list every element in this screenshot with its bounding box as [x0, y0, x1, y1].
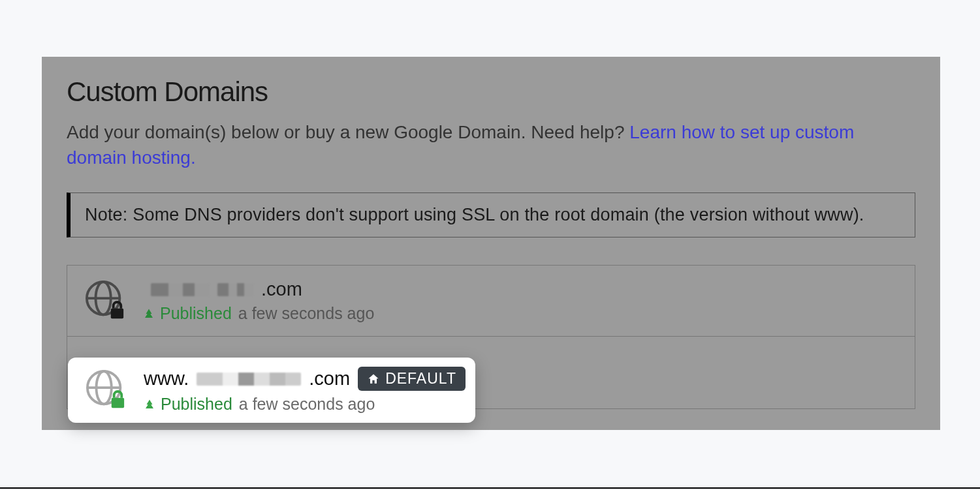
status-published: Published [143, 304, 232, 323]
default-badge: DEFAULT [358, 367, 466, 391]
tree-icon [143, 308, 155, 320]
status-published: Published [144, 395, 232, 414]
page-title: Custom Domains [67, 76, 915, 108]
default-label: DEFAULT [385, 370, 456, 388]
dns-note-box: Note: Some DNS providers don't support u… [67, 192, 915, 237]
home-icon [367, 373, 380, 386]
globe-lock-icon [86, 281, 126, 321]
domain-info: .com Published a few seconds ago [143, 279, 374, 323]
domain-row[interactable]: .com Published a few seconds ago [67, 266, 915, 337]
domain-info: www. .com DEFAULT Published a few s [144, 367, 466, 414]
page-frame: Custom Domains Add your domain(s) below … [0, 0, 980, 489]
status-time: a few seconds ago [239, 395, 375, 414]
dns-note-text: Note: Some DNS providers don't support u… [85, 205, 864, 224]
domain-row-highlighted[interactable]: www. .com DEFAULT Published a few s [68, 358, 475, 423]
redacted-segment [151, 283, 210, 296]
svg-rect-3 [111, 309, 123, 319]
page-subtext: Add your domain(s) below or buy a new Go… [67, 119, 915, 170]
globe-lock-icon [86, 370, 127, 410]
domain-name: .com [143, 279, 374, 300]
subtext-prefix: Add your domain(s) below or buy a new Go… [67, 122, 629, 142]
redacted-segment [197, 373, 301, 386]
domain-name: www. .com DEFAULT [144, 367, 466, 391]
domain-suffix: .com [261, 279, 302, 300]
svg-rect-7 [112, 398, 124, 408]
status-time: a few seconds ago [238, 304, 374, 323]
tree-icon [144, 399, 155, 410]
status-label: Published [160, 304, 232, 323]
domain-status-line: Published a few seconds ago [144, 395, 466, 414]
domain-suffix: .com [309, 368, 350, 390]
redacted-segment [217, 283, 253, 296]
domain-status-line: Published a few seconds ago [143, 304, 374, 323]
status-label: Published [161, 395, 232, 414]
domain-prefix: www. [144, 368, 189, 390]
